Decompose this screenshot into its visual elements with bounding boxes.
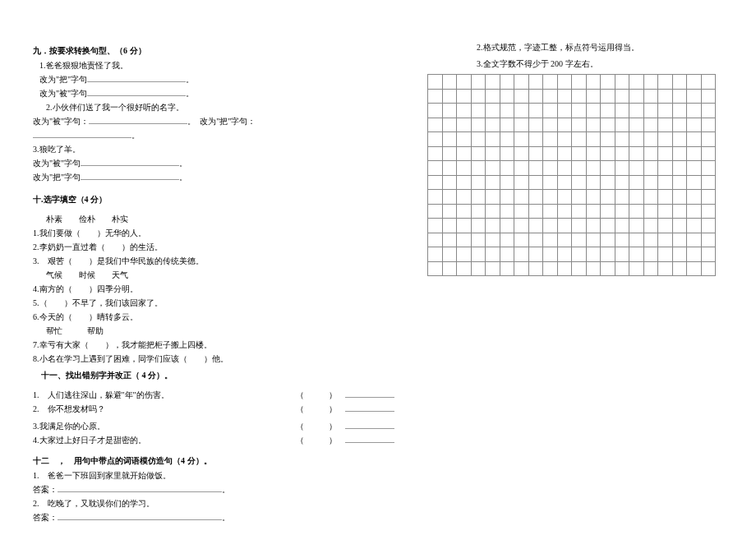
grid-cell xyxy=(557,118,572,132)
grid-cell xyxy=(528,233,543,247)
grid-cell xyxy=(572,190,587,205)
blank-line: 。 xyxy=(33,129,394,142)
blank xyxy=(87,88,186,96)
paren: （ ） xyxy=(296,434,394,447)
grid-cell xyxy=(471,146,486,161)
grid-cell xyxy=(643,261,658,276)
grid-cell xyxy=(428,175,443,190)
grid-cell xyxy=(643,190,658,205)
grid-cell xyxy=(543,161,558,176)
section9-item2-text: 2.小伙伴们送了我一个很好听的名字。 xyxy=(46,101,394,114)
grid-cell xyxy=(615,132,629,147)
grid-cell xyxy=(428,104,443,118)
grid-cell xyxy=(557,219,572,233)
grid-cell xyxy=(701,132,716,147)
section10-q7: 7.幸亏有大家（ ），我才能把柜子搬上四楼。 xyxy=(33,339,394,352)
grid-cell xyxy=(586,261,601,276)
grid-cell xyxy=(687,204,702,219)
section10-q1: 1.我们要做（ ）无华的人。 xyxy=(33,227,394,240)
grid-cell xyxy=(701,204,716,219)
grid-cell xyxy=(471,219,486,233)
grid-cell xyxy=(457,118,472,132)
grid-cell xyxy=(486,219,500,233)
grid-cell xyxy=(601,118,615,132)
grid-cell xyxy=(442,233,457,247)
section10-q4: 4.南方的（ ）四季分明。 xyxy=(33,283,394,296)
grid-cell xyxy=(672,175,687,190)
grid-cell xyxy=(500,261,514,276)
grid-cell xyxy=(629,247,644,262)
grid-cell xyxy=(687,247,702,262)
grid-cell xyxy=(514,261,529,276)
grid-cell xyxy=(528,75,543,90)
grid-cell xyxy=(543,75,558,90)
grid-cell xyxy=(701,89,716,104)
paren: （ ） xyxy=(296,403,394,416)
grid-cell xyxy=(428,190,443,205)
grid-cell xyxy=(557,175,572,190)
right-column: 2.格式规范，字迹工整，标点符号运用得当。 3.全文字数不得少于 200 字左右… xyxy=(427,41,723,535)
grid-cell xyxy=(643,75,658,90)
grid-cell xyxy=(457,219,472,233)
grid-cell xyxy=(601,233,615,247)
grid-cell xyxy=(586,204,601,219)
blank xyxy=(81,158,179,166)
grid-cell xyxy=(442,161,457,176)
grid-cell xyxy=(643,146,658,161)
grid-cell xyxy=(528,219,543,233)
bei-label: 改为"被"字句 xyxy=(33,159,81,168)
grid-cell xyxy=(643,219,658,233)
grid-cell xyxy=(514,190,529,205)
grid-cell xyxy=(528,89,543,104)
grid-cell xyxy=(615,146,629,161)
grid-cell xyxy=(687,233,702,247)
grid-cell xyxy=(486,132,500,147)
grid-cell xyxy=(586,118,601,132)
grid-cell xyxy=(701,75,716,90)
grid-cell xyxy=(601,75,615,90)
grid-cell xyxy=(557,190,572,205)
grid-cell xyxy=(486,75,500,90)
grid-cell xyxy=(687,219,702,233)
grid-cell xyxy=(428,161,443,176)
section10-q3: 3. 艰苦（ ）是我们中华民族的传统美德。 xyxy=(33,255,394,268)
grid-cell xyxy=(514,89,529,104)
grid-cell xyxy=(586,89,601,104)
grid-cell xyxy=(500,75,514,90)
grid-cell xyxy=(557,233,572,247)
grid-cell xyxy=(672,161,687,176)
q-text: 3.我满足你的心原。 xyxy=(33,420,296,433)
section9-item3-text: 3.狼吃了羊。 xyxy=(33,143,394,156)
grid-cell xyxy=(643,247,658,262)
grid-cell xyxy=(643,233,658,247)
grid-cell xyxy=(528,204,543,219)
grid-cell xyxy=(615,161,629,176)
grid-cell xyxy=(500,204,514,219)
grid-cell xyxy=(543,219,558,233)
grid-cell xyxy=(543,146,558,161)
section10-words3: 帮忙 帮助 xyxy=(46,325,394,338)
grid-cell xyxy=(557,132,572,147)
grid-cell xyxy=(701,190,716,205)
grid-cell xyxy=(701,118,716,132)
grid-cell xyxy=(528,247,543,262)
blank xyxy=(58,484,222,492)
grid-cell xyxy=(672,219,687,233)
grid-cell xyxy=(572,261,587,276)
section10-q5: 5.（ ）不早了，我们该回家了。 xyxy=(33,297,394,310)
section11-q3: 3.我满足你的心原。 （ ） xyxy=(33,420,394,433)
grid-cell xyxy=(442,219,457,233)
grid-cell xyxy=(586,175,601,190)
section10-title: 十.选字填空（4 分） xyxy=(33,193,394,206)
section9-item1-bei: 改为"被"字句。 xyxy=(39,87,394,100)
right-note3: 3.全文字数不得少于 200 字左右。 xyxy=(477,58,723,71)
left-column: 九．按要求转换句型、（6 分） 1.爸爸狠狠地责怪了我。 改为"把"字句。 改为… xyxy=(33,41,394,535)
grid-cell xyxy=(658,118,673,132)
q-text: 2. 你不想发材吗？ xyxy=(33,403,296,416)
grid-cell xyxy=(543,247,558,262)
grid-cell xyxy=(586,219,601,233)
grid-cell xyxy=(687,146,702,161)
section11-q2: 2. 你不想发材吗？ （ ） xyxy=(33,403,394,416)
ans-label: 答案： xyxy=(33,485,58,494)
grid-cell xyxy=(500,219,514,233)
